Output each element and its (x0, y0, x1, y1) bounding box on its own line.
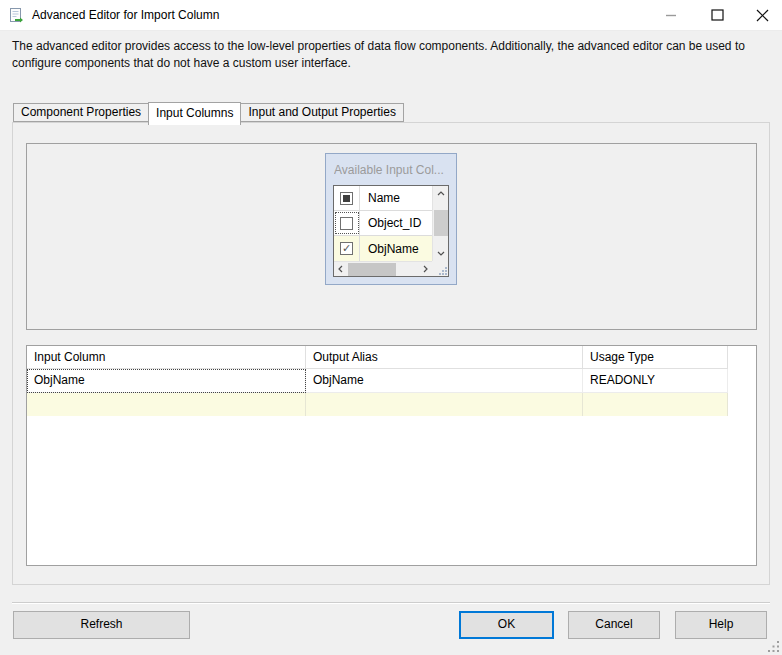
tab-input-columns[interactable]: Input Columns (148, 102, 241, 125)
window-title: Advanced Editor for Import Column (32, 0, 219, 30)
scroll-down-icon[interactable] (433, 246, 449, 261)
list-rows: Name Object_ID ✓ ObjName (334, 186, 432, 261)
select-all-filled-mark (343, 195, 350, 202)
objname-checkbox[interactable]: ✓ (340, 242, 353, 255)
list-item-label: Object_ID (360, 216, 421, 230)
list-item[interactable]: Name (334, 186, 432, 211)
close-icon (756, 9, 769, 22)
checkmark-icon: ✓ (342, 243, 351, 254)
object-id-checkbox[interactable] (340, 217, 353, 230)
available-input-columns-panel: Available Input Col... Name Object_ID (325, 153, 457, 285)
dialog-resize-grip[interactable] (767, 640, 780, 653)
maximize-button[interactable] (700, 0, 734, 30)
panel-title: Available Input Col... (334, 163, 452, 177)
document-import-icon (8, 7, 24, 23)
close-button[interactable] (745, 0, 779, 30)
vertical-scroll-thumb[interactable] (434, 210, 448, 236)
checkbox-cell[interactable] (334, 211, 360, 235)
resize-grip-icon (438, 266, 448, 276)
scroll-left-icon[interactable] (334, 262, 347, 276)
ok-button[interactable]: OK (459, 611, 554, 639)
grid-row: ObjName ObjName READONLY (27, 369, 756, 393)
refresh-button[interactable]: Refresh (13, 611, 190, 639)
dialog-description: The advanced editor provides access to t… (12, 38, 762, 72)
tab-input-and-output-properties[interactable]: Input and Output Properties (240, 103, 403, 122)
list-item-label: ObjName (360, 242, 419, 256)
horizontal-scroll-thumb[interactable] (348, 263, 396, 276)
grid-new-row (27, 393, 756, 416)
scroll-right-icon[interactable] (419, 262, 432, 276)
minimize-icon (665, 9, 677, 21)
cancel-button[interactable]: Cancel (568, 611, 660, 639)
available-columns-list: Name Object_ID ✓ ObjName (333, 185, 449, 277)
list-item-label: Name (360, 191, 400, 205)
column-header-input-column[interactable]: Input Column (27, 346, 306, 369)
vertical-scrollbar[interactable] (432, 186, 448, 261)
select-all-checkbox-cell[interactable] (334, 186, 360, 210)
list-item[interactable]: ✓ ObjName (334, 236, 432, 261)
help-button[interactable]: Help (675, 611, 767, 639)
grid-header-row: Input Column Output Alias Usage Type (27, 346, 756, 369)
horizontal-scrollbar[interactable] (334, 261, 432, 276)
panel-resize-grip[interactable] (432, 261, 448, 276)
new-cell-usage-type[interactable] (583, 393, 728, 416)
cell-output-alias[interactable]: ObjName (306, 369, 583, 393)
cell-usage-type[interactable]: READONLY (583, 369, 728, 393)
minimize-button[interactable] (654, 0, 688, 30)
list-item[interactable]: Object_ID (334, 211, 432, 236)
column-mapping-grid: Input Column Output Alias Usage Type Obj… (26, 345, 757, 566)
checkbox-cell[interactable]: ✓ (334, 236, 360, 261)
titlebar: Advanced Editor for Import Column (0, 0, 782, 31)
new-cell-input-column[interactable] (27, 393, 306, 416)
select-all-checkbox[interactable] (340, 192, 353, 205)
cell-input-column[interactable]: ObjName (27, 369, 306, 393)
scroll-up-icon[interactable] (433, 186, 449, 201)
column-header-output-alias[interactable]: Output Alias (306, 346, 583, 369)
new-cell-output-alias[interactable] (306, 393, 583, 416)
column-header-usage-type[interactable]: Usage Type (583, 346, 728, 369)
bottom-separator (12, 602, 770, 604)
maximize-icon (711, 9, 724, 21)
tab-component-properties[interactable]: Component Properties (13, 103, 149, 122)
advanced-editor-dialog: Advanced Editor for Import Column The ad… (0, 0, 782, 655)
tab-strip: Component Properties Input Columns Input… (13, 103, 404, 122)
